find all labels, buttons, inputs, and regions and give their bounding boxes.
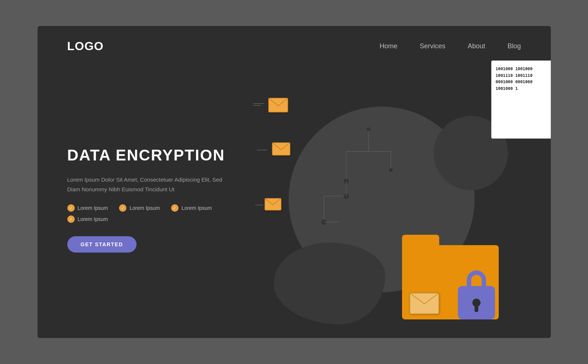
svg-point-7	[389, 168, 393, 172]
lock-keyhole-icon	[472, 299, 481, 307]
check-icon-1: ✓	[67, 204, 75, 212]
left-content: DATA ENCRYPTION Lorem Ipsum Dolor Sit Am…	[67, 146, 261, 253]
nav-home[interactable]: Home	[379, 42, 397, 50]
page-description: Lorem Ipsum Dolor Sit Amet, Consectetuer…	[67, 175, 231, 194]
check-label-2: Lorem Ipsum	[129, 205, 160, 211]
binary-front: 1001000 1001000 1001110 1001110 0001000 …	[496, 66, 551, 92]
nav-about[interactable]: About	[467, 42, 485, 50]
speed-line-1	[253, 103, 264, 104]
svg-point-1	[367, 127, 370, 131]
check-item-4: ✓ Lorem Ipsum	[67, 215, 108, 223]
padlock	[458, 286, 495, 319]
checklist: ✓ Lorem Ipsum ✓ Lorem Ipsum ✓ Lorem Ipsu…	[67, 204, 261, 223]
logo: LOGO	[67, 39, 104, 53]
document-front: 1001000 1001000 1001110 1001110 0001000 …	[491, 61, 551, 139]
right-illustration: 1001000 1001000 1001110 1001110 1001000 …	[261, 61, 521, 338]
envelope-folder	[409, 293, 439, 316]
check-item-2: ✓ Lorem Ipsum	[119, 204, 160, 212]
folder-body	[402, 245, 499, 319]
check-icon-2: ✓	[119, 204, 126, 212]
main-content: DATA ENCRYPTION Lorem Ipsum Dolor Sit Am…	[38, 61, 551, 338]
header: LOGO Home Services About Blog	[38, 26, 551, 61]
get-started-button[interactable]: GET STARTED	[67, 236, 136, 253]
check-icon-4: ✓	[67, 215, 75, 223]
check-item-1: ✓ Lorem Ipsum	[67, 204, 108, 212]
check-label-4: Lorem Ipsum	[78, 216, 108, 222]
check-label-1: Lorem Ipsum	[78, 205, 108, 211]
envelope-2	[272, 142, 290, 157]
folder	[402, 245, 499, 319]
page-headline: DATA ENCRYPTION	[67, 146, 261, 165]
envelope-3	[264, 198, 282, 212]
envelope-1	[268, 98, 288, 114]
speed-line-2	[253, 105, 261, 106]
lock-body	[458, 286, 495, 319]
check-item-3: ✓ Lorem Ipsum	[171, 204, 212, 212]
nav: Home Services About Blog	[379, 42, 521, 50]
nav-services[interactable]: Services	[420, 42, 445, 50]
check-icon-3: ✓	[171, 204, 179, 212]
nav-blog[interactable]: Blog	[507, 42, 521, 50]
check-label-3: Lorem Ipsum	[181, 205, 212, 211]
page-container: LOGO Home Services About Blog DATA ENCRY…	[38, 26, 551, 338]
folder-tab	[402, 235, 439, 246]
